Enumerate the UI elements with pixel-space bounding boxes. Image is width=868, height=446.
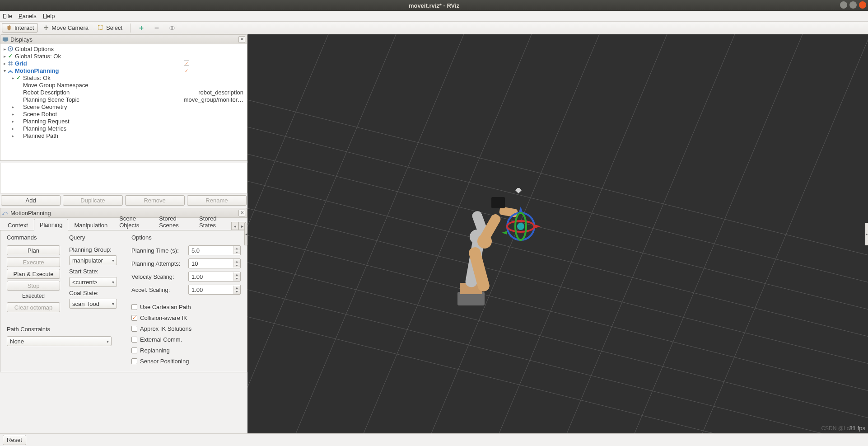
spin-down-icon[interactable]: ▼ — [233, 263, 240, 268]
focus-add-button[interactable] — [134, 23, 149, 33]
viewport-3d[interactable]: ◂ ▸ — [247, 34, 868, 433]
use-cartesian-checkbox[interactable]: Use Cartesian Path — [131, 304, 241, 310]
plan-execute-button[interactable]: Plan & Execute — [7, 269, 60, 279]
close-icon[interactable] — [859, 1, 866, 9]
footer: Reset — [0, 433, 868, 446]
tab-stored-states[interactable]: Stored States — [193, 212, 231, 230]
planning-attempts-input[interactable]: 10▲▼ — [188, 258, 241, 268]
tree-mp-planned-path[interactable]: ▸Planned Path — [0, 132, 247, 139]
tree-mp-scene-robot[interactable]: ▸Scene Robot — [0, 110, 247, 117]
start-state-combo[interactable]: <current> — [69, 277, 117, 287]
accel-scaling-input[interactable]: 1.00▲▼ — [188, 285, 241, 295]
spin-down-icon[interactable]: ▼ — [233, 290, 240, 294]
remove-button: Remove — [125, 195, 185, 206]
menu-file[interactable]: File — [3, 13, 12, 19]
interact-button[interactable]: Interact — [2, 23, 38, 33]
maximize-icon[interactable] — [849, 1, 857, 9]
tree-global-status[interactable]: ▸✓Global Status: Ok — [0, 52, 247, 60]
motion-icon — [8, 68, 13, 73]
tree-mp-scene-geometry[interactable]: ▸Scene Geometry — [0, 103, 247, 110]
path-constraints-combo[interactable]: None — [7, 336, 112, 346]
motionplanning-close-button[interactable]: ✕ — [238, 210, 245, 216]
duplicate-button: Duplicate — [63, 195, 122, 206]
svg-rect-0 — [98, 25, 103, 29]
svg-marker-41 — [535, 225, 541, 228]
focus-remove-button[interactable] — [149, 23, 164, 33]
tab-stored-scenes[interactable]: Stored Scenes — [153, 212, 193, 230]
spin-up-icon[interactable]: ▲ — [233, 272, 240, 277]
displays-close-button[interactable]: ✕ — [238, 36, 245, 43]
displays-icon — [2, 36, 9, 42]
add-button[interactable]: Add — [1, 195, 61, 206]
tree-mp-movegroup-ns[interactable]: Move Group Namespace — [0, 81, 247, 89]
tab-planning[interactable]: Planning — [34, 219, 69, 230]
rename-button: Rename — [187, 195, 247, 206]
planning-attempts-label: Planning Attempts: — [131, 260, 185, 267]
displays-tree[interactable]: ▸Global Options ▸✓Global Status: Ok ▸Gri… — [0, 44, 247, 161]
tree-grid[interactable]: ▸Grid✓ — [0, 60, 247, 67]
planning-group-combo[interactable]: manipulator — [69, 255, 117, 265]
gear-icon — [8, 46, 13, 52]
window-titlebar: moveit.rviz* - RViz — [0, 0, 868, 11]
toolbar-separator — [130, 23, 131, 33]
tab-scroll-left[interactable]: ◂ — [231, 222, 238, 230]
move-camera-button[interactable]: Move Camera — [39, 23, 93, 33]
minimize-icon[interactable] — [840, 1, 847, 9]
svg-point-7 — [8, 72, 9, 73]
tree-mp-planning-metrics[interactable]: ▸Planning Metrics — [0, 125, 247, 132]
reset-button[interactable]: Reset — [3, 435, 26, 445]
svg-line-25 — [564, 34, 744, 433]
tree-mp-robot-desc[interactable]: Robot Descriptionrobot_description — [0, 89, 247, 96]
plus-icon — [138, 25, 145, 31]
move-camera-label: Move Camera — [51, 24, 89, 31]
svg-rect-37 — [491, 197, 505, 208]
spin-up-icon[interactable]: ▲ — [233, 246, 240, 250]
external-comm-checkbox[interactable]: External Comm. — [131, 336, 241, 343]
tab-context[interactable]: Context — [2, 219, 34, 230]
svg-line-18 — [247, 305, 868, 433]
tree-motionplanning[interactable]: ▾MotionPlanning✓ — [0, 67, 247, 74]
svg-line-19 — [247, 34, 338, 433]
grid-checkbox[interactable]: ✓ — [184, 61, 189, 66]
motionplanning-title: MotionPlanning — [10, 210, 51, 216]
query-heading: Query — [69, 234, 129, 241]
tree-mp-planning-request[interactable]: ▸Planning Request — [0, 117, 247, 125]
approx-ik-checkbox[interactable]: Approx IK Solutions — [131, 325, 241, 332]
svg-line-20 — [247, 34, 406, 433]
spin-down-icon[interactable]: ▼ — [233, 250, 240, 254]
velocity-scaling-input[interactable]: 1.00▲▼ — [188, 272, 241, 282]
replanning-checkbox[interactable]: Replanning — [131, 347, 241, 354]
spin-down-icon[interactable]: ▼ — [233, 277, 240, 281]
tab-manipulation[interactable]: Manipulation — [68, 219, 113, 230]
displays-panel-header[interactable]: Displays ✕ — [0, 34, 247, 44]
tree-global-options[interactable]: ▸Global Options — [0, 45, 247, 52]
plan-button[interactable]: Plan — [7, 245, 60, 255]
goal-state-label: Goal State: — [69, 290, 129, 296]
command-status: Executed — [7, 293, 60, 299]
stop-button: Stop — [7, 281, 60, 291]
spin-up-icon[interactable]: ▲ — [233, 259, 240, 263]
commands-heading: Commands — [7, 234, 66, 241]
focus-eye-button[interactable] — [165, 23, 179, 33]
menu-help[interactable]: Help — [43, 13, 55, 19]
goal-state-combo[interactable]: scan_food — [69, 299, 117, 309]
minus-icon — [154, 25, 160, 31]
planning-time-input[interactable]: 5.0▲▼ — [188, 245, 241, 255]
options-heading: Options — [131, 234, 241, 241]
displays-description — [0, 163, 247, 193]
spin-up-icon[interactable]: ▲ — [233, 286, 240, 290]
tree-mp-scene-topic[interactable]: Planning Scene Topicmove_group/monitor… — [0, 96, 247, 103]
collapse-left-handle[interactable]: ◂ — [244, 223, 247, 245]
select-button[interactable]: Select — [93, 23, 126, 33]
velocity-scaling-label: Velocity Scaling: — [131, 273, 185, 280]
menu-panels[interactable]: Panels — [19, 13, 37, 19]
motionplanning-checkbox[interactable]: ✓ — [184, 68, 189, 73]
sensor-positioning-checkbox[interactable]: Sensor Positioning — [131, 358, 241, 365]
svg-rect-4 — [4, 41, 6, 42]
collision-ik-checkbox[interactable]: ✓Collision-aware IK — [131, 315, 241, 321]
grid-icon — [8, 61, 13, 66]
tab-scene-objects[interactable]: Scene Objects — [113, 212, 153, 230]
window-title: moveit.rviz* - RViz — [409, 2, 459, 9]
clear-octomap-button: Clear octomap — [7, 302, 60, 312]
tree-mp-status[interactable]: ▸✓Status: Ok — [0, 74, 247, 81]
